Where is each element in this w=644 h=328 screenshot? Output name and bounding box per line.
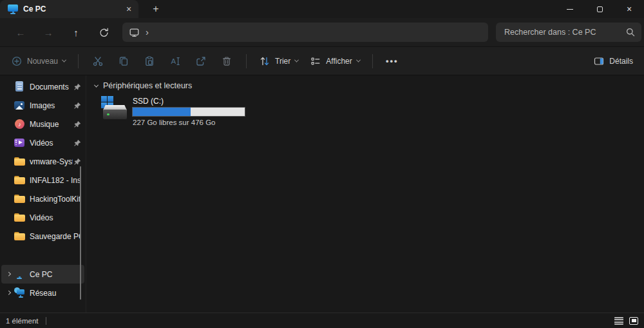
document-icon — [14, 81, 25, 92]
copy-icon — [118, 55, 129, 67]
up-button[interactable]: ↑ — [66, 23, 86, 42]
drive-led — [107, 113, 109, 116]
scissors-icon — [92, 55, 104, 67]
details-pane-button[interactable]: Détails — [587, 50, 639, 72]
sidebar-scrollbar[interactable] — [80, 166, 81, 300]
sidebar-item-vmware[interactable]: vmware-Syst — [1, 152, 84, 171]
video-icon — [14, 137, 25, 148]
paste-button[interactable] — [137, 50, 162, 72]
group-header-label: Périphériques et lecteurs — [103, 81, 192, 90]
navigation-bar: ← → ↑ › — [0, 18, 644, 46]
rename-button[interactable]: A — [162, 50, 188, 72]
sidebar-item-ce-pc[interactable]: Ce PC — [1, 265, 84, 284]
titlebar: Ce PC × + × — [0, 0, 644, 18]
folder-icon — [14, 156, 25, 167]
new-button[interactable]: Nouveau — [5, 50, 71, 72]
pin-icon — [73, 121, 81, 128]
folder-icon — [14, 175, 25, 186]
details-pane-icon — [593, 55, 605, 67]
sort-icon — [259, 55, 270, 67]
close-icon: × — [627, 5, 632, 14]
maximize-button[interactable] — [585, 0, 614, 18]
sidebar-item-reseau[interactable]: Réseau — [1, 284, 84, 302]
maximize-icon — [597, 6, 603, 12]
close-button[interactable]: × — [614, 0, 644, 18]
search-icon — [625, 27, 636, 37]
delete-button[interactable] — [214, 50, 240, 72]
plus-circle-icon — [11, 55, 23, 67]
address-bar[interactable]: › — [122, 23, 488, 42]
tab-title: Ce PC — [23, 5, 118, 14]
details-pane-label: Détails — [609, 57, 633, 66]
collapse-chevron-icon[interactable] — [94, 82, 99, 87]
back-button[interactable]: ← — [11, 23, 30, 42]
drive-free-space: 227 Go libres sur 476 Go — [133, 119, 245, 126]
breadcrumb-chevron-icon[interactable]: › — [146, 27, 149, 38]
copy-button[interactable] — [111, 50, 137, 72]
new-tab-button[interactable]: + — [146, 0, 166, 18]
image-icon — [14, 100, 25, 111]
pin-icon — [73, 139, 81, 147]
network-icon — [14, 287, 25, 298]
cut-button[interactable] — [85, 50, 111, 72]
view-button-label: Afficher — [326, 57, 352, 66]
toolbar-separator — [78, 54, 79, 68]
view-list-icon — [310, 55, 321, 67]
pin-icon — [73, 83, 81, 91]
tab-ce-pc[interactable]: Ce PC × — [0, 0, 138, 18]
status-bar: 1 élément — [0, 313, 644, 328]
search-input[interactable] — [496, 28, 641, 37]
sidebar-item-musique[interactable]: ♪ Musique — [1, 115, 84, 133]
pin-icon — [73, 102, 81, 110]
group-header[interactable]: Périphériques et lecteurs — [95, 81, 644, 90]
window-body: Documents Images ♪ Musique Vidéos — [0, 75, 644, 313]
more-options-button[interactable]: ••• — [379, 50, 405, 72]
toolbar-separator — [246, 54, 247, 68]
details-view-toggle-icon[interactable] — [614, 317, 623, 325]
sort-button-label: Trier — [275, 57, 290, 66]
sort-button[interactable]: Trier — [253, 50, 304, 72]
capacity-bar-fill — [133, 108, 191, 116]
music-icon: ♪ — [14, 119, 25, 130]
navigation-pane: Documents Images ♪ Musique Vidéos — [0, 75, 86, 313]
more-icon: ••• — [386, 56, 399, 66]
item-count: 1 élément — [6, 317, 39, 325]
folder-icon — [14, 193, 25, 204]
sidebar-item-documents[interactable]: Documents — [1, 77, 84, 96]
capacity-bar — [133, 108, 245, 116]
toolbar-separator — [372, 54, 373, 68]
paste-icon — [144, 55, 155, 67]
search-box[interactable] — [496, 23, 641, 42]
minimize-icon — [567, 9, 573, 10]
file-list-area[interactable]: Périphériques et lecteurs SSD (C:) — [86, 75, 644, 313]
refresh-button[interactable] — [94, 23, 113, 42]
chevron-down-icon — [356, 58, 361, 63]
share-icon — [195, 55, 207, 67]
command-bar: Nouveau A — [0, 46, 644, 75]
sidebar-item-sauvegarde[interactable]: Sauvegarde PC — [1, 227, 84, 246]
view-button[interactable]: Afficher — [304, 50, 365, 72]
forward-button[interactable]: → — [39, 23, 58, 42]
folder-icon — [14, 231, 25, 242]
folder-icon — [14, 212, 25, 223]
expand-chevron-icon[interactable] — [3, 291, 14, 294]
tab-close-icon[interactable]: × — [123, 3, 135, 15]
thumbnail-view-toggle-icon[interactable] — [629, 317, 638, 325]
sidebar-item-images[interactable]: Images — [1, 96, 84, 115]
sidebar-item-videos-folder[interactable]: Vidéos — [1, 208, 84, 227]
drive-item-ssd-c[interactable]: SSD (C:) 227 Go libres sur 476 Go — [101, 96, 269, 126]
expand-chevron-icon[interactable] — [3, 273, 14, 276]
sidebar-item-videos[interactable]: Vidéos — [1, 133, 84, 152]
windows-drive-icon — [101, 96, 127, 120]
new-button-label: Nouveau — [27, 57, 58, 66]
minimize-button[interactable] — [555, 0, 585, 18]
sidebar-item-hackingtoolkit[interactable]: HackingToolKit — [1, 189, 84, 208]
refresh-icon — [99, 27, 109, 38]
chevron-down-icon — [294, 58, 299, 63]
rename-icon: A — [169, 55, 181, 67]
computer-icon — [8, 4, 18, 14]
computer-icon — [14, 269, 25, 280]
share-button[interactable] — [188, 50, 214, 72]
drive-name: SSD (C:) — [133, 97, 245, 106]
sidebar-item-infal182[interactable]: INFAL182 - Insta — [1, 171, 84, 189]
